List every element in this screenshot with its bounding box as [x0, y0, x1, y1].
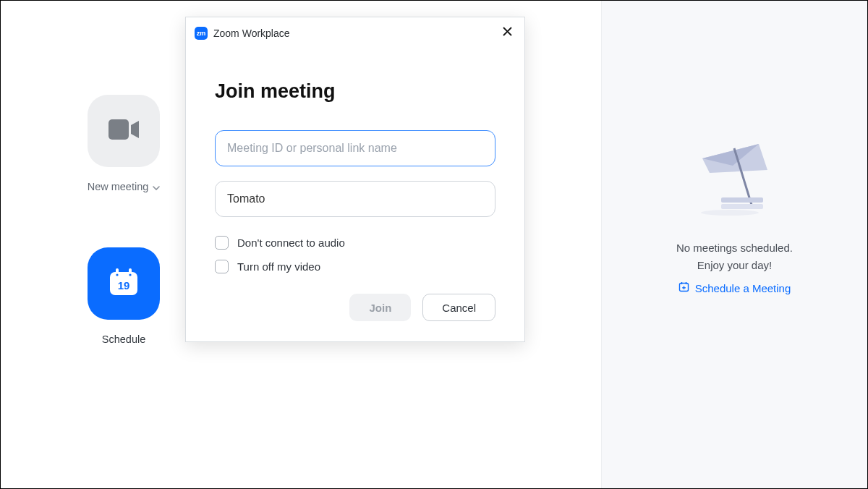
join-button[interactable]: Join	[349, 294, 411, 321]
svg-point-4	[116, 273, 118, 276]
dialog-heading: Join meeting	[215, 80, 495, 103]
dialog-app-title: Zoom Workplace	[213, 27, 290, 39]
dont-connect-audio-option[interactable]: Don't connect to audio	[215, 236, 495, 250]
dialog-body: Join meeting Don't connect to audio Turn…	[186, 46, 524, 341]
checkbox[interactable]	[215, 236, 229, 250]
svg-point-5	[129, 273, 131, 276]
action-tiles: New meeting	[80, 95, 167, 346]
schedule-tile[interactable]: 19 Schedule	[80, 247, 167, 346]
empty-line-1: No meetings scheduled.	[676, 239, 793, 257]
meeting-id-input[interactable]	[215, 130, 495, 166]
display-name-input[interactable]	[215, 181, 495, 217]
calendar-panel: No meetings scheduled. Enjoy your day! S…	[601, 1, 867, 488]
svg-rect-9	[721, 197, 763, 203]
new-meeting-button[interactable]	[88, 95, 160, 167]
checkbox-label: Don't connect to audio	[237, 237, 345, 249]
svg-rect-10	[721, 204, 763, 209]
video-camera-icon	[108, 119, 140, 143]
calendar-icon: 19	[109, 268, 139, 299]
cancel-button[interactable]: Cancel	[422, 294, 495, 321]
app-window: New meeting	[0, 0, 868, 489]
svg-point-11	[701, 210, 759, 216]
schedule-meeting-link-text[interactable]: Schedule a Meeting	[695, 282, 791, 294]
svg-rect-0	[109, 119, 129, 140]
chevron-down-icon	[153, 181, 160, 192]
dialog-actions: Join Cancel	[215, 294, 495, 321]
schedule-meeting-link[interactable]: Schedule a Meeting	[678, 281, 791, 294]
calendar-day-number: 19	[109, 279, 139, 292]
new-meeting-tile[interactable]: New meeting	[80, 95, 167, 193]
schedule-label: Schedule	[102, 333, 145, 345]
close-icon	[502, 27, 513, 39]
dialog-titlebar: zm Zoom Workplace	[186, 17, 524, 46]
turn-off-video-option[interactable]: Turn off my video	[215, 260, 495, 273]
checkbox-label: Turn off my video	[237, 260, 320, 273]
new-meeting-label[interactable]: New meeting	[88, 181, 161, 192]
umbrella-illustration-icon	[688, 137, 782, 219]
zoom-app-icon: zm	[195, 27, 208, 40]
join-meeting-dialog: zm Zoom Workplace Join meeting Don't con…	[185, 17, 525, 342]
checkbox[interactable]	[215, 260, 229, 273]
empty-line-2: Enjoy your day!	[676, 257, 793, 274]
schedule-button[interactable]: 19	[88, 247, 160, 320]
calendar-plus-icon	[678, 281, 689, 294]
empty-state-message: No meetings scheduled. Enjoy your day!	[676, 239, 793, 274]
close-button[interactable]	[499, 23, 516, 43]
